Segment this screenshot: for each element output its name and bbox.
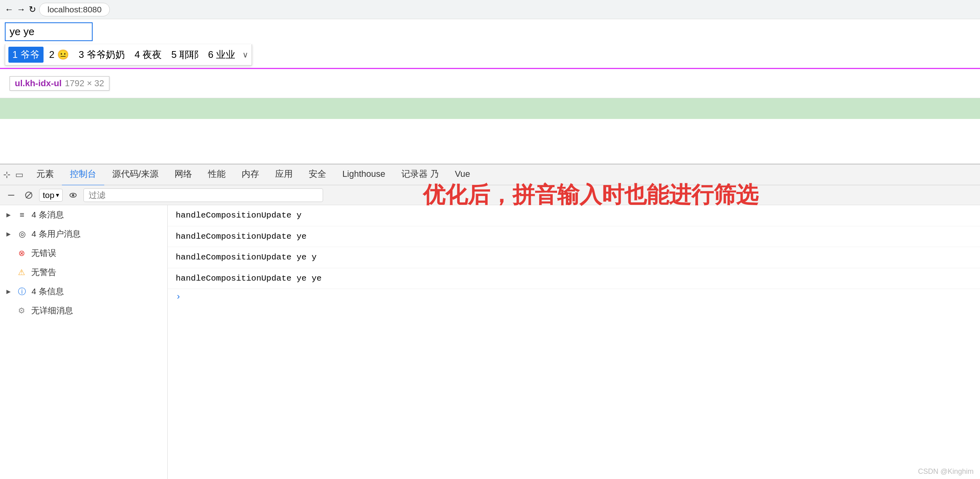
tab-memory[interactable]: 内存 xyxy=(234,163,267,186)
tab-performance[interactable]: 性能 xyxy=(200,163,234,186)
devtools-body: ▶ ≡ 4 条消息 ▶ ◎ 4 条用户消息 ⊗ 无错误 ⚠ 无警告 xyxy=(0,205,980,479)
info-icon: ⓘ xyxy=(16,286,28,297)
ime-area: 1 爷爷 2 😐 3 爷爷奶奶 4 夜夜 5 耶耶 6 业业 ∨ xyxy=(0,22,980,69)
svg-rect-0 xyxy=(8,195,14,196)
console-output: handleCompositionUpdate y handleComposit… xyxy=(168,205,980,479)
tab-recorder[interactable]: 记录器 乃 xyxy=(393,163,447,186)
tab-console[interactable]: 控制台 xyxy=(62,163,104,186)
ime-candidates-popup: 1 爷爷 2 😐 3 爷爷奶奶 4 夜夜 5 耶耶 6 业业 ∨ xyxy=(5,44,252,65)
candidate-6[interactable]: 6 业业 xyxy=(204,47,239,63)
clear-console-button[interactable] xyxy=(4,188,18,202)
sidebar-warnings-label: 无警告 xyxy=(31,267,56,278)
element-size: 1792 × 32 xyxy=(65,78,104,89)
svg-line-2 xyxy=(26,192,32,198)
devtools-inspect-icon[interactable]: ⊹ xyxy=(3,170,10,180)
candidate-3[interactable]: 3 爷爷奶奶 xyxy=(75,47,129,63)
devtools-panel: ⊹ ▭ 元素 控制台 源代码/来源 网络 性能 内存 应用 安全 Lightho… xyxy=(0,164,980,479)
sidebar-item-verbose[interactable]: ⚙ 无详细消息 xyxy=(0,301,167,320)
sidebar-verbose-label: 无详细消息 xyxy=(31,305,73,316)
user-messages-icon: ◎ xyxy=(16,229,28,239)
browser-back-icon[interactable]: ← xyxy=(5,4,14,15)
console-sidebar: ▶ ≡ 4 条消息 ▶ ◎ 4 条用户消息 ⊗ 无错误 ⚠ 无警告 xyxy=(0,205,168,479)
csdn-watermark: CSDN @Kinghim xyxy=(918,467,974,476)
messages-list-icon: ≡ xyxy=(16,210,28,220)
sidebar-item-warnings[interactable]: ⚠ 无警告 xyxy=(0,263,167,282)
candidate-5[interactable]: 5 耶耶 xyxy=(167,47,202,63)
console-line-1: handleCompositionUpdate y xyxy=(168,205,980,226)
tab-elements[interactable]: 元素 xyxy=(28,163,62,186)
tab-sources[interactable]: 源代码/来源 xyxy=(104,163,167,186)
console-line-2: handleCompositionUpdate ye xyxy=(168,226,980,247)
tab-network[interactable]: 网络 xyxy=(167,163,200,186)
tab-security[interactable]: 安全 xyxy=(301,163,334,186)
sidebar-item-info[interactable]: ▶ ⓘ 4 条信息 xyxy=(0,282,167,301)
devtools-device-icon[interactable]: ▭ xyxy=(15,170,24,180)
console-line-4: handleCompositionUpdate ye ye xyxy=(168,268,980,289)
console-filter-input[interactable] xyxy=(83,188,323,202)
console-expand-arrow[interactable]: › xyxy=(168,289,980,305)
console-toolbar: top ▾ 优化后，拼音输入时也能进行筛选 xyxy=(0,185,980,205)
browser-reload-icon[interactable]: ↻ xyxy=(29,4,36,15)
sidebar-item-user-messages[interactable]: ▶ ◎ 4 条用户消息 xyxy=(0,224,167,243)
sidebar-messages-label: 4 条消息 xyxy=(32,209,64,220)
candidate-1[interactable]: 1 爷爷 xyxy=(8,47,44,63)
tab-vue[interactable]: Vue xyxy=(447,164,478,185)
candidate-4[interactable]: 4 夜夜 xyxy=(131,47,166,63)
svg-point-4 xyxy=(72,194,74,196)
sidebar-errors-label: 无错误 xyxy=(31,247,56,259)
sidebar-item-messages[interactable]: ▶ ≡ 4 条消息 xyxy=(0,205,167,224)
console-line-3: handleCompositionUpdate ye y xyxy=(168,247,980,268)
page-content-bar xyxy=(0,98,980,119)
context-level-label: top xyxy=(43,190,54,200)
sidebar-info-label: 4 条信息 xyxy=(32,286,64,297)
sidebar-item-errors[interactable]: ⊗ 无错误 xyxy=(0,243,167,263)
expand-messages-icon: ▶ xyxy=(6,212,11,218)
expand-user-messages-icon: ▶ xyxy=(6,231,11,237)
filter-toggle-button[interactable] xyxy=(22,188,36,202)
element-inspector-tooltip: ul.kh-idx-ul 1792 × 32 xyxy=(0,69,980,98)
verbose-icon: ⚙ xyxy=(16,306,27,315)
context-level-arrow: ▾ xyxy=(56,191,59,199)
tab-lighthouse[interactable]: Lighthouse xyxy=(334,164,393,185)
candidate-2[interactable]: 2 😐 xyxy=(45,48,73,62)
browser-top-bar: ← → ↻ localhost:8080 xyxy=(0,0,980,19)
context-level-selector[interactable]: top ▾ xyxy=(39,189,63,202)
devtools-tabs: ⊹ ▭ 元素 控制台 源代码/来源 网络 性能 内存 应用 安全 Lightho… xyxy=(0,164,980,185)
browser-url: localhost:8080 xyxy=(39,3,110,16)
tab-application[interactable]: 应用 xyxy=(267,163,301,186)
element-name: ul.kh-idx-ul xyxy=(15,78,61,89)
eye-icon-button[interactable] xyxy=(66,188,80,202)
ime-input[interactable] xyxy=(5,22,93,41)
sidebar-user-messages-label: 4 条用户消息 xyxy=(32,228,81,240)
error-icon: ⊗ xyxy=(16,248,27,258)
candidates-expand-icon[interactable]: ∨ xyxy=(242,50,248,59)
browser-forward-icon[interactable]: → xyxy=(17,4,26,15)
expand-info-icon: ▶ xyxy=(6,288,11,295)
warning-icon: ⚠ xyxy=(16,267,27,277)
